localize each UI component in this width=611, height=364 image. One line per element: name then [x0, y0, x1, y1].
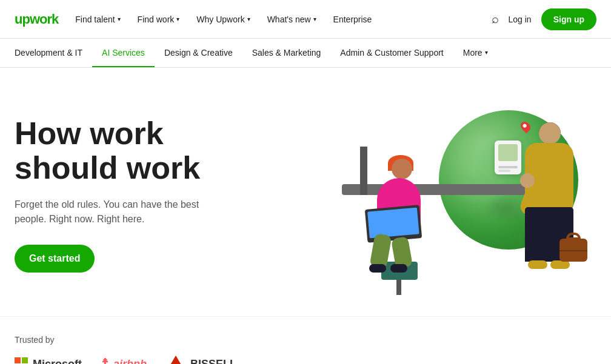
- hero-text: How work should work Forget the old rule…: [15, 104, 221, 273]
- microsoft-logo: Microsoft: [15, 357, 82, 364]
- search-icon: ⌕: [492, 12, 499, 25]
- why-upwork-chevron-icon: ▾: [247, 16, 250, 22]
- airbnb-label: airbnb: [113, 358, 147, 365]
- nav-left: upwork Find talent ▾ Find work ▾ Why Upw…: [15, 12, 372, 27]
- person2-foot-right: [550, 260, 570, 269]
- person2-foot-left: [528, 260, 547, 269]
- person2-head: [539, 122, 561, 144]
- get-started-button[interactable]: Get started: [15, 245, 95, 273]
- person1-figure: [360, 159, 439, 280]
- trusted-logos: Microsoft ☨ airbnb BISSELL: [15, 354, 596, 364]
- microsoft-logo-icon: [15, 357, 28, 364]
- airbnb-logo: ☨ airbnb: [101, 356, 147, 364]
- login-button[interactable]: Log in: [509, 15, 532, 24]
- trusted-label: Trusted by: [15, 335, 596, 345]
- sec-nav-sales[interactable]: Sales & Marketing: [242, 39, 331, 67]
- sec-nav-more[interactable]: More ▾: [453, 39, 498, 67]
- person2-hand: [520, 173, 535, 188]
- sec-nav-design[interactable]: Design & Creative: [155, 39, 242, 67]
- person2-figure: [512, 122, 590, 280]
- bissell-logo-icon: [166, 354, 185, 364]
- find-work-chevron-icon: ▾: [176, 16, 179, 22]
- hero-subtitle: Forget the old rules. You can have the b…: [15, 197, 221, 227]
- person2-briefcase: [559, 239, 587, 262]
- card-text-line2: [498, 170, 510, 172]
- trusted-section: Trusted by Microsoft ☨ airbnb: [0, 316, 611, 364]
- sec-nav-admin[interactable]: Admin & Customer Support: [330, 39, 453, 67]
- bissell-label: BISSELL: [190, 358, 236, 365]
- bissell-logo: BISSELL: [166, 354, 236, 364]
- ms-square-green: [22, 357, 28, 363]
- card-image: [498, 144, 518, 161]
- sec-nav-dev-it[interactable]: Development & IT: [15, 39, 92, 67]
- nav-why-upwork[interactable]: Why Upwork ▾: [196, 15, 250, 24]
- person2-body: [525, 143, 573, 210]
- search-button[interactable]: ⌕: [492, 12, 499, 26]
- svg-marker-0: [167, 356, 184, 364]
- hero-title: How work should work: [15, 116, 221, 185]
- person1-foot-right: [390, 264, 407, 273]
- whats-new-chevron-icon: ▾: [313, 16, 316, 22]
- airbnb-logo-icon: ☨: [101, 356, 109, 364]
- person1-head: [392, 159, 412, 179]
- upwork-logo[interactable]: upwork: [15, 12, 58, 27]
- ms-square-red: [15, 357, 21, 363]
- briefcase-line: [559, 250, 587, 251]
- person2-card: [495, 141, 521, 174]
- nav-enterprise[interactable]: Enterprise: [333, 15, 372, 24]
- microsoft-label: Microsoft: [33, 358, 82, 365]
- nav-find-talent[interactable]: Find talent ▾: [75, 15, 120, 24]
- nav-find-work[interactable]: Find work ▾: [138, 15, 180, 24]
- nav-whats-new[interactable]: What's new ▾: [267, 15, 316, 24]
- hero-section: How work should work Forget the old rule…: [0, 68, 611, 316]
- find-talent-chevron-icon: ▾: [118, 16, 121, 22]
- top-navigation: upwork Find talent ▾ Find work ▾ Why Upw…: [0, 0, 611, 39]
- nav-right: ⌕ Log in Sign up: [492, 8, 596, 30]
- hero-illustration: [342, 104, 596, 292]
- more-chevron-icon: ▾: [485, 49, 488, 56]
- card-text-line1: [498, 166, 518, 168]
- briefcase-handle: [566, 233, 581, 240]
- bissell-triangle-icon: [166, 354, 185, 364]
- person1-foot-left: [369, 264, 386, 273]
- person1-legs: [369, 231, 418, 268]
- signup-button[interactable]: Sign up: [541, 8, 596, 30]
- chair-leg: [396, 280, 401, 295]
- sec-nav-ai-services[interactable]: AI Services: [92, 39, 155, 67]
- secondary-navigation: Development & IT AI Services Design & Cr…: [0, 39, 611, 68]
